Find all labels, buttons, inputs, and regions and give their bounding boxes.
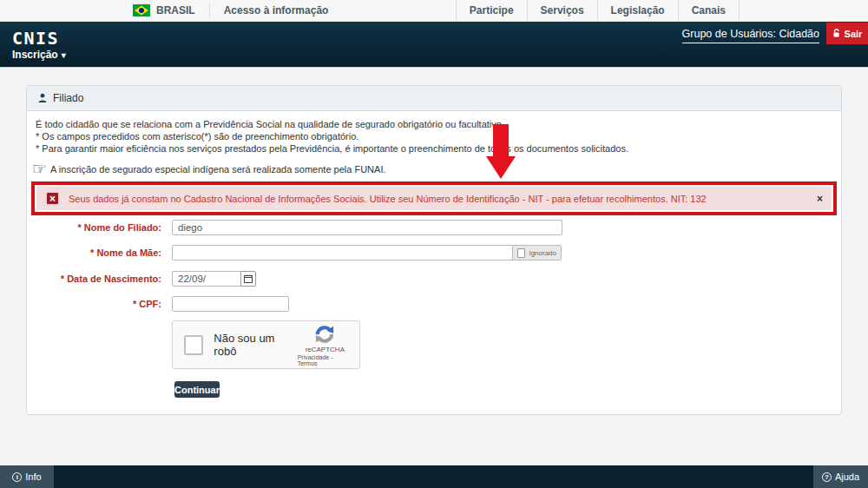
calendar-icon [244, 274, 253, 283]
brazil-flag-icon [133, 4, 150, 16]
funai-note-text: A inscrição de segurado especial indígen… [50, 164, 385, 175]
cnis-logo: CNIS [12, 28, 59, 49]
footer-info-button[interactable]: i Info [0, 465, 54, 488]
gov-link-canais[interactable]: Canais [678, 0, 740, 22]
recaptcha-logo-icon [314, 324, 335, 345]
unlock-icon [832, 29, 842, 38]
panel-header: Filiado [27, 86, 841, 111]
help-icon: ? [822, 472, 832, 482]
name-label: * Nome do Filiado: [27, 222, 161, 233]
gov-links: Participe Serviços Legislação Canais [456, 0, 740, 22]
name-input[interactable] [172, 220, 562, 235]
filiado-panel: Filiado É todo cidadão que se relaciona … [26, 85, 842, 415]
recaptcha-privacy-terms[interactable]: Privacidade - Termos [298, 354, 352, 366]
funai-note: ☞ A inscrição de segurado especial indíg… [32, 159, 386, 180]
chevron-down-icon: ▾ [62, 50, 66, 60]
ignored-checkbox[interactable] [517, 248, 525, 258]
alert-close-button[interactable]: × [817, 193, 823, 205]
error-icon: × [45, 191, 60, 206]
error-message: Seus dados já constam no Cadastro Nacion… [69, 194, 707, 204]
alert-highlight-frame: × Seus dados já constam no Cadastro Naci… [31, 181, 837, 215]
gov-link-servicos[interactable]: Serviços [527, 0, 597, 22]
user-group-link[interactable]: Grupo de Usuários: Cidadão [682, 28, 819, 43]
intro-text: É todo cidadão que se relaciona com a Pr… [36, 119, 825, 155]
ignored-addon: Ignorado [512, 245, 562, 260]
menu-inscricao[interactable]: Inscrição▾ [12, 49, 66, 61]
footer-info-label: Info [25, 472, 41, 482]
birth-input[interactable] [172, 271, 241, 287]
calendar-button[interactable] [240, 271, 256, 287]
cpf-input[interactable] [172, 296, 289, 312]
mother-row: * Nome da Mãe: Ignorado [27, 245, 562, 260]
recaptcha-label: Não sou um robô [214, 332, 297, 358]
name-row: * Nome do Filiado: [27, 220, 562, 235]
gov-link-legislacao[interactable]: Legislação [597, 0, 678, 22]
cpf-row: * CPF: [27, 296, 289, 312]
logout-button[interactable]: Sair [826, 23, 868, 44]
panel-title: Filiado [53, 92, 83, 104]
gov-top-bar: BRASIL Acesso à informação Participe Ser… [0, 0, 868, 22]
gov-brand-label: BRASIL [156, 4, 195, 16]
gov-link-participe[interactable]: Participe [456, 0, 527, 22]
recaptcha-checkbox[interactable] [184, 335, 203, 355]
birth-row: * Data de Nascimento: [27, 271, 256, 287]
recaptcha-widget: Não sou um robô reCAPTCHA Privacidade - … [172, 320, 360, 369]
intro-line-1: É todo cidadão que se relaciona com a Pr… [36, 119, 825, 130]
mother-label: * Nome da Mãe: [27, 247, 161, 258]
mother-input[interactable] [172, 245, 513, 260]
person-icon [37, 93, 48, 103]
gov-brand-group: BRASIL Acesso à informação [133, 3, 328, 17]
pointing-hand-icon: ☞ [32, 161, 47, 178]
continue-button[interactable]: Continuar [174, 381, 220, 398]
access-info-link[interactable]: Acesso à informação [224, 4, 329, 16]
error-alert: × Seus dados já constam no Cadastro Naci… [36, 187, 832, 210]
cpf-label: * CPF: [27, 299, 161, 309]
recaptcha-brand: reCAPTCHA Privacidade - Termos [298, 324, 352, 366]
recaptcha-brand-name: reCAPTCHA [306, 346, 345, 353]
intro-line-3: * Para garantir maior eficiência nos ser… [36, 143, 825, 155]
birth-label: * Data de Nascimento: [27, 274, 161, 284]
info-icon: i [12, 472, 22, 482]
ignored-label: Ignorado [529, 249, 556, 257]
gov-separator [209, 3, 210, 17]
menu-inscricao-label: Inscrição [12, 49, 58, 61]
footer-help-label: Ajuda [835, 472, 859, 482]
footer-bar: i Info ? Ajuda [0, 465, 868, 488]
intro-line-2: * Os campos precedidos com asterisco(*) … [36, 131, 825, 142]
app-header: CNIS Inscrição▾ Grupo de Usuários: Cidad… [0, 22, 868, 68]
footer-help-button[interactable]: ? Ajuda [813, 465, 868, 488]
logout-label: Sair [845, 29, 863, 39]
